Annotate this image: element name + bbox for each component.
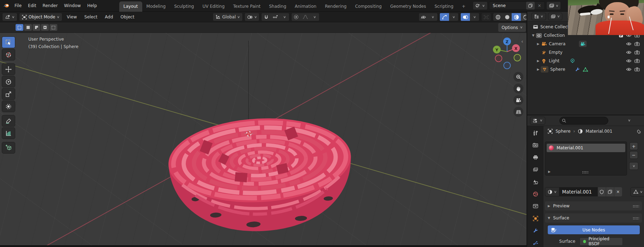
tool-cursor[interactable] (2, 49, 15, 61)
tab-add-workspace[interactable]: + (458, 1, 470, 12)
tool-transform[interactable] (2, 100, 15, 112)
empty-label[interactable]: Empty (549, 50, 563, 55)
tab-view-layer[interactable] (529, 166, 541, 174)
show-overlays-toggle[interactable] (461, 13, 470, 21)
copy-material-icon[interactable] (606, 187, 614, 196)
tab-layout[interactable]: Layout (119, 1, 142, 12)
hide-eye-icon[interactable] (626, 59, 632, 63)
modifier-wrench-icon[interactable] (575, 67, 580, 72)
tab-texture-paint[interactable]: Texture Paint (229, 1, 265, 12)
tab-particles[interactable] (529, 239, 541, 247)
tab-shading[interactable]: Shading (265, 1, 291, 12)
menu-view[interactable]: View (64, 13, 80, 21)
shading-solid-icon[interactable] (502, 13, 512, 21)
tab-output[interactable] (529, 153, 541, 162)
slot-specials-arrow[interactable]: ▶ (548, 170, 551, 173)
tool-measure[interactable] (2, 127, 15, 139)
proportional-editing-icon[interactable] (292, 13, 301, 21)
expand-arrow-icon[interactable]: ▼ (531, 34, 536, 37)
surface-section-header[interactable]: ▼ Surface (545, 213, 642, 223)
xray-toggle[interactable] (481, 13, 491, 21)
scene-browse-button[interactable]: ∨ (473, 1, 488, 10)
pin-icon[interactable] (637, 130, 642, 134)
shading-wireframe-icon[interactable] (493, 13, 502, 21)
menu-window[interactable]: Window (61, 2, 84, 10)
breadcrumb-object[interactable]: Sphere (556, 129, 570, 134)
expand-arrow-icon[interactable]: ▶ (536, 42, 541, 46)
tab-uv-editing[interactable]: UV Editing (198, 1, 229, 12)
material-name-field[interactable] (559, 187, 598, 196)
menu-select[interactable]: Select (81, 13, 100, 21)
camera-data-icon[interactable] (579, 41, 587, 47)
tool-move[interactable] (2, 63, 15, 75)
light-label[interactable]: Light (549, 58, 559, 63)
browse-material-button[interactable]: ∨ (545, 187, 559, 196)
outliner-row-camera[interactable]: ▶ Camera (527, 40, 644, 48)
properties-options-chevron[interactable]: ∨ (628, 119, 631, 122)
outliner-row-light[interactable]: ▶ Light (527, 57, 644, 65)
tab-world[interactable] (529, 190, 541, 199)
tool-rotate[interactable] (2, 76, 15, 87)
blender-logo-icon[interactable] (3, 3, 9, 8)
menu-file[interactable]: File (11, 2, 25, 10)
tab-compositing[interactable]: Compositing (351, 1, 386, 12)
collection-label[interactable]: Collection (544, 33, 565, 38)
show-gizmo-toggle[interactable] (440, 13, 449, 21)
scene-name-field[interactable]: Scene × (489, 1, 545, 10)
tab-modifiers[interactable] (529, 226, 541, 235)
select-subtract-button[interactable] (33, 24, 40, 31)
menu-help[interactable]: Help (84, 2, 100, 10)
material-slots-list[interactable]: Material.001 ▶ (545, 142, 627, 176)
proportional-falloff-icon[interactable] (301, 13, 310, 21)
tool-scale[interactable] (2, 88, 15, 100)
outliner-filter-button[interactable]: ∨ (548, 13, 563, 20)
disable-in-render-camera-icon[interactable] (634, 59, 640, 63)
chevron-down-icon[interactable]: ∨ (310, 13, 319, 21)
surface-shader-button[interactable]: Principled BSDF (580, 237, 623, 246)
camera-view-button[interactable] (513, 95, 523, 105)
editor-type-button[interactable]: ∨ (2, 13, 17, 21)
tab-tool[interactable] (529, 129, 541, 137)
panel-collapse-arrow[interactable]: ‹ (521, 39, 523, 44)
mode-selector[interactable]: Object Mode ∨ (19, 13, 62, 21)
outliner-row-empty[interactable]: Empty (527, 48, 644, 57)
hide-eye-icon[interactable] (626, 51, 632, 54)
viewport-canvas[interactable]: User Perspective (39) Collection | Spher… (0, 33, 527, 245)
tab-collection[interactable] (529, 202, 541, 211)
breadcrumb-material[interactable]: Material.001 (586, 129, 612, 134)
section-grip[interactable] (633, 217, 639, 219)
chevron-down-icon[interactable]: ∨ (428, 13, 437, 21)
pan-hand-button[interactable] (513, 84, 523, 93)
add-material-slot-button[interactable]: + (629, 142, 638, 150)
use-nodes-button[interactable]: Use Nodes (548, 225, 640, 234)
disable-in-render-camera-icon[interactable] (634, 42, 640, 46)
tool-annotate[interactable] (2, 115, 15, 127)
unlink-scene-icon[interactable]: × (535, 2, 544, 10)
select-set-button[interactable] (16, 24, 23, 31)
shading-material-preview-icon[interactable] (512, 13, 521, 21)
disable-in-render-camera-icon[interactable] (634, 67, 640, 71)
menu-render[interactable]: Render (39, 2, 61, 10)
tool-add-cube[interactable] (2, 142, 15, 154)
disable-in-render-camera-icon[interactable] (634, 50, 640, 54)
perspective-toggle-button[interactable] (513, 107, 523, 117)
section-grip[interactable] (633, 205, 639, 207)
tab-geometry-nodes[interactable]: Geometry Nodes (386, 1, 430, 12)
tool-select-box[interactable] (2, 36, 15, 48)
menu-object[interactable]: Object (118, 13, 137, 21)
fake-user-shield-icon[interactable] (598, 187, 606, 196)
expand-arrow-icon[interactable]: ▶ (536, 68, 541, 71)
mesh-data-icon[interactable] (583, 67, 588, 72)
material-specials-dropdown[interactable]: ∨ (629, 162, 638, 170)
list-resize-grip[interactable] (582, 171, 588, 173)
snap-target-icon[interactable] (271, 13, 280, 21)
select-invert-button[interactable] (41, 24, 49, 31)
chevron-down-icon[interactable]: ∨ (470, 13, 479, 21)
tab-modeling[interactable]: Modeling (142, 1, 170, 12)
properties-editor-type-button[interactable]: ∨ (530, 117, 545, 125)
chevron-down-icon[interactable]: ∨ (449, 13, 458, 21)
remove-material-slot-button[interactable]: − (629, 151, 638, 159)
tab-scripting[interactable]: Scripting (430, 1, 458, 12)
options-button[interactable]: Options∨ (498, 23, 526, 32)
menu-edit[interactable]: Edit (25, 2, 39, 10)
